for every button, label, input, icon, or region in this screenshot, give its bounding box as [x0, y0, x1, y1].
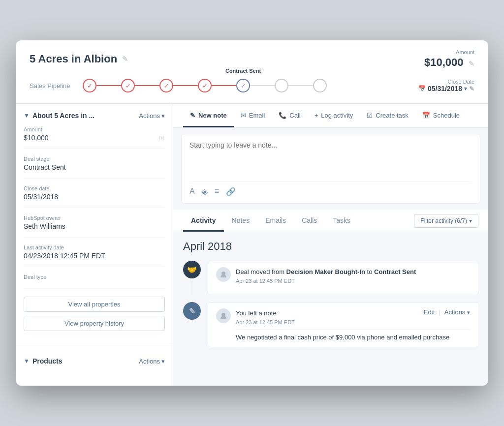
deal-stage-label: Deal stage — [24, 156, 165, 162]
note-content-inner: You left a note Apr 23 at 12:45 PM EDT E… — [216, 308, 470, 341]
note-preview-text: We negotiated a final cash price of $9,0… — [236, 329, 470, 341]
about-actions-chevron-icon: ▾ — [161, 112, 165, 120]
deal-title-edit-icon[interactable]: ✎ — [122, 55, 128, 63]
close-date-block: Close Date 📅 05/31/2018 ▾ ✎ — [418, 79, 474, 92]
feed-tab-activity[interactable]: Activity — [183, 210, 224, 232]
feed-tab-notes-label: Notes — [232, 216, 250, 224]
about-section: ▼ About 5 Acres in ... Actions ▾ Amount … — [16, 112, 173, 339]
deal-move-date: Apr 23 at 12:45 PM EDT — [236, 278, 416, 284]
schedule-label: Schedule — [433, 112, 460, 119]
feed-tab-calls-label: Calls — [302, 216, 317, 224]
note-edit-link[interactable]: Edit — [424, 308, 435, 316]
about-chevron-icon[interactable]: ▼ — [24, 112, 30, 119]
stage-6[interactable] — [275, 79, 288, 92]
deal-title: 5 Acres in Albion — [30, 53, 117, 65]
note-actions-link[interactable]: Actions ▾ — [444, 308, 470, 316]
last-activity-label: Last activity date — [24, 244, 165, 250]
sidebar-divider — [16, 345, 173, 345]
amount-block: Amount $10,000 ✎ — [424, 49, 474, 69]
tab-schedule[interactable]: 📅 Schedule — [415, 104, 467, 127]
close-date-dropdown-icon[interactable]: ▾ — [464, 86, 467, 92]
tab-email[interactable]: ✉ Email — [234, 104, 272, 127]
tab-new-note[interactable]: ✎ New note — [183, 104, 234, 127]
stage-7[interactable] — [313, 79, 327, 92]
feed-tab-emails[interactable]: Emails — [257, 210, 294, 232]
call-tab-label: Call — [289, 112, 300, 119]
close-date-value[interactable]: 05/31/2018 — [428, 85, 462, 92]
products-actions-chevron-icon: ▾ — [161, 358, 165, 365]
deal-stage-field: Deal stage Contract Sent — [24, 156, 165, 179]
products-section: ▼ Products Actions ▾ — [16, 351, 173, 378]
header: 5 Acres in Albion ✎ Amount $10,000 ✎ Sal… — [16, 40, 488, 104]
stage-line-2 — [135, 85, 159, 86]
feed-tabs: Activity Notes Emails Calls Tasks — [173, 210, 488, 232]
timeline: 🤝 — [183, 261, 478, 354]
products-section-header: ▼ Products Actions ▾ — [24, 357, 165, 365]
main-window: 5 Acres in Albion ✎ Amount $10,000 ✎ Sal… — [16, 40, 488, 386]
note-text: You left a note — [236, 308, 295, 318]
avatar-2 — [216, 308, 231, 323]
stage-circle-5: ✓ — [236, 79, 250, 92]
about-actions-button[interactable]: Actions ▾ — [139, 112, 165, 120]
note-date: Apr 23 at 12:45 PM EDT — [236, 319, 295, 325]
stage-3[interactable]: ✓ — [159, 79, 173, 92]
products-chevron-icon[interactable]: ▼ — [24, 358, 30, 365]
stage-line-1 — [96, 85, 121, 86]
stage-line-6 — [288, 85, 313, 86]
timeline-item-1: 🤝 — [183, 261, 478, 295]
stage-5[interactable]: Contract Sent ✓ — [236, 79, 250, 92]
log-activity-icon: + — [315, 112, 318, 119]
stage-2[interactable]: ✓ — [121, 79, 135, 92]
note-input[interactable] — [189, 141, 472, 176]
amount-value: $10,000 — [424, 56, 464, 68]
amount-field-icon[interactable]: ⊞ — [159, 134, 165, 142]
feed-tab-tasks[interactable]: Tasks — [325, 210, 358, 232]
amount-field-text: $10,000 — [24, 134, 49, 142]
timeline-content-2: You left a note Apr 23 at 12:45 PM EDT E… — [208, 302, 478, 347]
format-bold-icon[interactable]: ◈ — [202, 187, 208, 196]
filter-chevron-icon: ▾ — [469, 217, 472, 224]
timeline-icon-col-2: ✎ — [183, 302, 201, 347]
tab-log-activity[interactable]: + Log activity — [308, 104, 360, 127]
format-link-icon[interactable]: 🔗 — [226, 187, 236, 196]
note-icon: ✎ — [183, 302, 201, 320]
close-date-field-value: 05/31/2018 — [24, 193, 165, 201]
sidebar-buttons: View all properties View property histor… — [24, 297, 165, 331]
tab-create-task[interactable]: ☑ Create task — [360, 104, 415, 127]
feed-tab-emails-label: Emails — [265, 216, 286, 224]
format-list-icon[interactable]: ≡ — [215, 187, 219, 196]
new-note-icon: ✎ — [190, 112, 195, 119]
email-tab-label: Email — [249, 112, 265, 119]
deal-move-text-block: Deal moved from Decision Maker Bought-In… — [236, 267, 416, 284]
view-all-properties-button[interactable]: View all properties — [24, 297, 165, 312]
amount-edit-icon[interactable]: ✎ — [469, 60, 474, 67]
pipeline-row: Sales Pipeline ✓ ✓ ✓ ✓ — [30, 79, 474, 103]
deal-title-row: 5 Acres in Albion ✎ — [30, 53, 128, 65]
stage-1[interactable]: ✓ — [83, 79, 96, 92]
schedule-icon: 📅 — [422, 112, 430, 119]
products-actions-label: Actions — [139, 358, 160, 365]
last-activity-value: 04/23/2018 12:45 PM EDT — [24, 252, 165, 260]
format-text-icon[interactable]: A — [189, 187, 195, 196]
sidebar: ▼ About 5 Acres in ... Actions ▾ Amount … — [16, 104, 173, 386]
feed-tab-notes[interactable]: Notes — [224, 210, 258, 232]
about-section-header: ▼ About 5 Acres in ... Actions ▾ — [24, 112, 165, 120]
timeline-item-2: ✎ — [183, 302, 478, 347]
about-title-text: About 5 Acres in ... — [32, 112, 94, 120]
stage-4[interactable]: ✓ — [198, 79, 212, 92]
about-actions-label: Actions — [139, 112, 160, 120]
tab-call[interactable]: 📞 Call — [272, 104, 307, 127]
filter-activity-button[interactable]: Filter activity (6/7) ▾ — [414, 214, 478, 228]
feed-tab-calls[interactable]: Calls — [294, 210, 325, 232]
amount-field: Amount $10,000 ⊞ — [24, 126, 165, 149]
feed-tab-activity-label: Activity — [191, 216, 216, 224]
deal-type-field: Deal type — [24, 274, 165, 289]
close-date-edit-icon[interactable]: ✎ — [469, 85, 474, 92]
deal-type-label: Deal type — [24, 274, 165, 280]
view-property-history-button[interactable]: View property history — [24, 316, 165, 331]
products-actions-button[interactable]: Actions ▾ — [139, 358, 165, 365]
log-activity-label: Log activity — [321, 112, 353, 119]
note-actions-label: Actions — [444, 308, 466, 316]
email-tab-icon: ✉ — [241, 112, 246, 119]
timeline-line-1 — [191, 280, 192, 295]
